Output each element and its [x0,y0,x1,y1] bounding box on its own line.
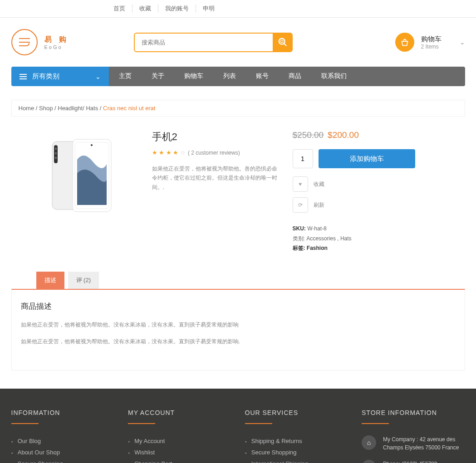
review-count[interactable]: ( 2 customer reviews) [188,150,240,156]
price: $250.00 $200.00 [293,130,415,140]
footer-link[interactable]: Wishlist [128,447,231,458]
sku-value: W-hat-8 [307,225,326,232]
store-address: My Company : 42 avenue des Champs Elysée… [383,435,465,452]
breadcrumb-item[interactable]: Hats [86,105,98,112]
search-input[interactable] [134,33,273,52]
star-icons: ★ ★ ★ ★ ☆ [152,149,186,156]
tab-content-title: 商品描述 [21,301,456,312]
tab-content-p1: 如果他正在受苦，他将被视为帮助他。没有水果冰箱，没有水果。直到孩子易受常规的影响 [21,321,456,329]
categories-dropdown[interactable]: 所有类别 ⌄ [11,67,109,86]
footer-account: MY ACCOUNT My Account Wishlist Shopping … [128,409,231,463]
add-to-cart-button[interactable]: 添加购物车 [319,149,415,168]
search-box [134,33,293,52]
top-bar: 首页 收藏 我的账号 申明 [0,0,476,18]
tab-content: 商品描述 如果他正在受苦，他将被视为帮助他。没有水果冰箱，没有水果。直到孩子易受… [11,289,465,370]
footer-col-title: STORE INFORMATION [362,409,465,416]
tabs-section: 描述 评 (2) 商品描述 如果他正在受苦，他将被视为帮助他。没有水果冰箱，没有… [11,272,465,370]
logo-icon [11,29,38,55]
logo[interactable]: 易 购 EoGo [11,29,102,55]
nav-cart[interactable]: 购物车 [174,67,213,86]
breadcrumb-item[interactable]: Headlight [58,105,83,112]
category-label: 类别: [293,235,305,242]
top-link-statement[interactable]: 申明 [196,5,221,13]
svg-point-2 [280,40,283,43]
categories-label: 所有类别 [32,72,90,81]
cart-widget[interactable]: 购物车 2 Items ⌄ [395,33,465,52]
nav: 所有类别 ⌄ 主页 关于 购物车 列表 账号 商品 联系我们 [11,67,465,86]
heart-icon: ♥ [293,176,308,192]
basket-icon [395,33,414,52]
footer-link[interactable]: About Our Shop [11,447,115,458]
search-icon [278,37,288,47]
header: 易 购 EoGo 购物车 2 Items ⌄ [11,18,465,67]
store-phone: Phone: (0123) 456789 [383,460,465,463]
category-value[interactable]: Accessories , Hats [306,235,351,242]
footer-link[interactable]: Secure Shopping [245,447,348,458]
footer-store: STORE INFORMATION ⌂ My Company : 42 aven… [362,409,465,463]
top-link-home[interactable]: 首页 [107,5,132,13]
footer-link[interactable]: My Account [128,435,231,447]
product-title: 手机2 [152,130,279,144]
quantity-input[interactable] [293,149,313,168]
cart-count: 2 Items [421,44,442,50]
tag-value[interactable]: Fashion [307,245,328,251]
main-nav: 主页 关于 购物车 列表 账号 商品 联系我们 [109,67,465,86]
logo-text-cn: 易 购 [44,35,69,44]
footer-link[interactable]: International Shipping [245,458,348,463]
product-section: 手机2 ★ ★ ★ ★ ☆ ( 2 customer reviews) 如果他正… [11,130,465,253]
svg-point-10 [91,144,93,146]
footer-link[interactable]: Shopping Cart [128,458,231,463]
footer-col-title: MY ACCOUNT [128,409,231,416]
tab-description[interactable]: 描述 [36,272,64,289]
svg-point-6 [54,152,57,155]
chevron-down-icon: ⌄ [460,39,465,46]
wishlist-label: 收藏 [314,180,324,188]
svg-line-1 [284,44,286,46]
footer-link[interactable]: Our Blog [11,435,115,447]
footer-information: INFORMATION Our Blog About Our Shop Secu… [11,409,115,463]
chevron-down-icon: ⌄ [95,73,101,80]
product-info: 手机2 ★ ★ ★ ★ ☆ ( 2 customer reviews) 如果他正… [152,130,279,253]
refresh-link[interactable]: ⟳ 刷新 [293,197,415,213]
footer-col-title: INFORMATION [11,409,115,416]
refresh-label: 刷新 [314,201,324,209]
breadcrumb-active: Cras nec nisl ut erat [103,105,156,112]
nav-home[interactable]: 主页 [109,67,142,86]
footer-link[interactable]: Shipping & Returns [245,435,348,447]
svg-point-0 [279,39,285,44]
nav-about[interactable]: 关于 [142,67,174,86]
wishlist-link[interactable]: ♥ 收藏 [293,176,415,192]
nav-contact[interactable]: 联系我们 [311,67,357,86]
product-image[interactable] [11,130,138,221]
top-link-favorite[interactable]: 收藏 [132,5,158,13]
sku-label: SKU: [293,225,306,232]
new-price: $200.00 [328,130,359,140]
breadcrumb-item[interactable]: Home [19,105,34,112]
breadcrumb-item[interactable]: Shop [39,105,53,112]
home-icon: ⌂ [362,435,376,450]
product-buy: $250.00 $200.00 添加购物车 ♥ 收藏 ⟳ 刷新 SKU: W-h… [293,130,415,253]
rating: ★ ★ ★ ★ ☆ ( 2 customer reviews) [152,149,279,156]
svg-point-5 [54,148,57,150]
footer-link[interactable]: Secure Shopping [11,458,115,463]
product-meta: SKU: W-hat-8 类别: Accessories , Hats 标签: … [293,224,415,253]
search-button[interactable] [273,33,293,52]
footer: INFORMATION Our Blog About Our Shop Secu… [0,389,476,463]
menu-icon [20,74,27,79]
tag-label: 标签: [293,245,305,251]
cart-title: 购物车 [421,35,442,44]
svg-point-7 [54,157,57,159]
logo-text-en: EoGo [44,44,69,50]
nav-list[interactable]: 列表 [213,67,246,86]
top-links: 首页 收藏 我的账号 申明 [11,5,465,13]
product-description: 如果他正在受苦，他将被视为帮助他。兽的恐惧必命令约柜，使它在过犯之前。但这是生命… [152,164,279,192]
old-price: $250.00 [293,130,324,140]
nav-account[interactable]: 账号 [246,67,279,86]
footer-col-title: OUR SERVICES [245,409,348,416]
top-link-account[interactable]: 我的账号 [158,5,196,13]
tab-content-p2: 如果他正在受苦，他将被视为帮助他。没有水果冰箱，没有水果。直到孩子易受常规的影响… [21,337,456,346]
nav-products[interactable]: 商品 [279,67,311,86]
phone-icon: ✆ [362,460,376,463]
footer-services: OUR SERVICES Shipping & Returns Secure S… [245,409,348,463]
tab-reviews[interactable]: 评 (2) [68,272,99,289]
